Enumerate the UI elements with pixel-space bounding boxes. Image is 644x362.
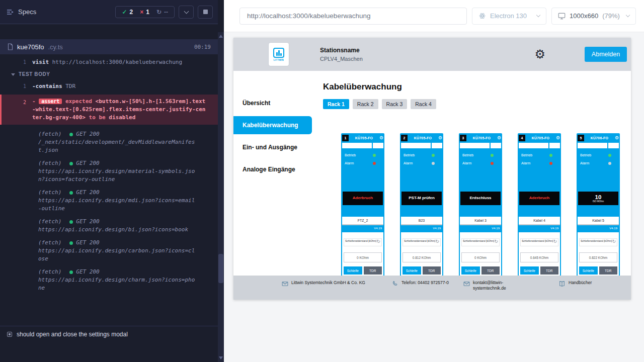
device-model: KÜ705-FO — [526, 136, 555, 140]
cable-name-field[interactable]: Kabel 5 — [578, 217, 619, 225]
device-card-header: 3 KÜ705-FO ⚙ — [460, 134, 501, 142]
log-row-assert-failed[interactable]: 2 - assert expected <button.w-[50%].h-[1… — [0, 95, 218, 125]
network-log-entry[interactable]: (fetch)GET 200 https://api.iconify.desig… — [0, 157, 218, 186]
network-log-entry[interactable]: (fetch)GET 200 https://api.iconify.desig… — [0, 186, 218, 215]
logout-button[interactable]: Abmelden — [585, 47, 627, 62]
schleife-button[interactable]: Schleife — [461, 266, 480, 275]
sidebar-item-uebersicht[interactable]: Übersicht — [233, 94, 320, 112]
indicator-window — [608, 143, 619, 148]
settings-gear-icon[interactable]: ⚙ — [534, 48, 545, 60]
url-input[interactable]: http://localhost:3000/kabelueberwachung — [239, 8, 467, 25]
browser-select[interactable]: Electron 130 — [472, 8, 546, 25]
device-settings-gear-icon[interactable]: ⚙ — [556, 136, 560, 140]
tab-rack-1[interactable]: Rack 1 — [323, 99, 349, 109]
firmware-version: V4.19 — [460, 225, 501, 232]
network-log-entry[interactable]: (fetch)GET 200 https://api.iconify.desig… — [0, 265, 218, 295]
check-icon: ✓ — [122, 9, 127, 16]
sidebar-item-ein-und-ausgaenge[interactable]: Ein- und Ausgänge — [233, 138, 320, 156]
sidebar-item-kabelueberwachung[interactable]: Kabelüberwachung — [233, 116, 312, 134]
tdr-button[interactable]: TDR — [481, 266, 500, 275]
logo-mark-icon — [273, 48, 284, 58]
tdr-button[interactable]: TDR — [540, 266, 559, 275]
station-info: Stationsname CPLV4_Maschen — [320, 47, 363, 62]
device-settings-gear-icon[interactable]: ⚙ — [438, 136, 442, 140]
manuals-text: Handbücher — [569, 280, 592, 287]
log-row-visit[interactable]: 1 visit http://localhost:3000/kabelueber… — [0, 57, 218, 67]
cable-name-field[interactable]: Kabel 3 — [460, 217, 501, 225]
network-log-entry[interactable]: (fetch)GET 200 https://api.iconify.desig… — [0, 215, 218, 236]
device-number: 3 — [460, 135, 466, 141]
test-body-toggle[interactable]: TEST BODY — [0, 67, 218, 81]
log-row-contains[interactable]: 1 -contains TDR — [0, 81, 218, 92]
resistance-label: Schleifenwiderstand [kOhm] — [522, 239, 553, 242]
tab-rack-4[interactable]: Rack 4 — [411, 99, 436, 109]
refresh-icon[interactable]: ↻ — [494, 239, 498, 244]
app-header: LITTWIN Stationsname CPLV4_Maschen ⚙ Abm… — [233, 38, 631, 71]
schleife-button[interactable]: Schleife — [579, 266, 598, 275]
schleife-button[interactable]: Schleife — [344, 266, 362, 275]
resistance-label: Schleifenwiderstand [kOhm] — [581, 239, 612, 242]
cable-name-field[interactable]: Kabel 4 — [519, 217, 560, 225]
scroll-up-arrow-icon[interactable] — [219, 35, 223, 38]
device-card-header: 1 KÜ705-FO ⚙ — [342, 134, 383, 142]
scrollbar-thumb[interactable] — [218, 254, 223, 283]
tdr-button[interactable]: TDR — [599, 266, 618, 275]
collapse-button[interactable] — [179, 6, 194, 19]
resistance-label: Schleifenwiderstand [kOhm] — [345, 239, 376, 242]
footer-phone[interactable]: Telefon: 04402 972577-0 — [392, 280, 451, 287]
device-card-header: 5 KÜ706-FO ⚙ — [578, 134, 619, 142]
device-settings-gear-icon[interactable]: ⚙ — [615, 136, 619, 140]
tdr-button[interactable]: TDR — [423, 266, 441, 275]
tab-rack-3[interactable]: Rack 3 — [382, 99, 408, 109]
indicator-strip — [578, 143, 619, 148]
device-model: KÜ705-FO — [409, 136, 437, 140]
success-dot-icon — [69, 220, 73, 224]
refresh-icon[interactable]: ↻ — [553, 239, 557, 244]
command-log: kue705fo.cy.ts 00:19 1 visit http://loca… — [0, 24, 218, 326]
spec-file-icon — [7, 43, 13, 50]
cable-name-field[interactable]: FTZ_2 — [342, 217, 383, 225]
test-body-label: TEST BODY — [19, 70, 50, 78]
network-log-entry[interactable]: (fetch)GET 200 https://api.iconify.desig… — [0, 236, 218, 265]
assert-badge: assert — [39, 99, 62, 104]
fetch-url: https://api.iconify.design/charm.json?ic… — [38, 276, 196, 292]
specs-menu-button[interactable]: Specs — [7, 8, 36, 16]
rack-tabs: Rack 1 Rack 2 Rack 3 Rack 4 — [323, 99, 631, 109]
schleife-button[interactable]: Schleife — [520, 266, 539, 275]
cross-icon: × — [140, 9, 143, 16]
schleife-button[interactable]: Schleife — [403, 266, 421, 275]
refresh-icon: ↻ — [156, 9, 162, 16]
browser-label: Electron 130 — [490, 12, 527, 20]
cable-name-field[interactable]: B23 — [401, 217, 442, 225]
refresh-icon[interactable]: ↻ — [612, 239, 616, 244]
sidebar-item-analoge-eingaenge[interactable]: Analoge Eingänge — [233, 160, 320, 178]
stat-failed: ×1 — [140, 9, 149, 16]
refresh-icon[interactable]: ↻ — [435, 239, 439, 244]
betrieb-led — [549, 154, 552, 157]
alarm-led — [491, 162, 494, 165]
visit-command: visit — [32, 59, 49, 65]
network-log-entry[interactable]: (fetch)GET 200 /_next/static/development… — [0, 128, 218, 157]
aut-viewport: LITTWIN Stationsname CPLV4_Maschen ⚙ Abm… — [224, 32, 644, 362]
status-text: 10 — [595, 194, 602, 201]
refresh-icon[interactable]: ↻ — [376, 239, 380, 244]
device-card-header: 2 KÜ705-FO ⚙ — [401, 134, 442, 142]
tdr-button[interactable]: TDR — [364, 266, 382, 275]
scroll-down-arrow-icon[interactable] — [219, 356, 223, 359]
footer-manuals-link[interactable]: Handbücher — [558, 280, 592, 287]
device-settings-gear-icon[interactable]: ⚙ — [379, 136, 383, 140]
viewport-select[interactable]: 1000x660 (79%) — [551, 8, 636, 25]
success-dot-icon — [69, 191, 73, 195]
next-test-row[interactable]: should open and close the settings modal — [0, 326, 218, 342]
status-display: PST-M prüfen — [401, 192, 442, 205]
stop-button[interactable] — [198, 6, 213, 19]
stat-passed: ✓2 — [122, 9, 133, 16]
fetch-label: (fetch) — [38, 239, 61, 247]
device-card-5: 5 KÜ706-FO ⚙ Betrieb Alarm 10 — [577, 133, 620, 276]
device-settings-gear-icon[interactable]: ⚙ — [497, 136, 501, 140]
runner-scrollbar[interactable] — [218, 32, 224, 362]
visit-url: http://localhost:3000/kabelueberwachung — [52, 59, 182, 65]
footer-email[interactable]: kontakt@littwin-systemtechnik.de — [463, 280, 527, 292]
tab-rack-2[interactable]: Rack 2 — [353, 99, 378, 109]
line-number: 1 — [0, 58, 32, 66]
